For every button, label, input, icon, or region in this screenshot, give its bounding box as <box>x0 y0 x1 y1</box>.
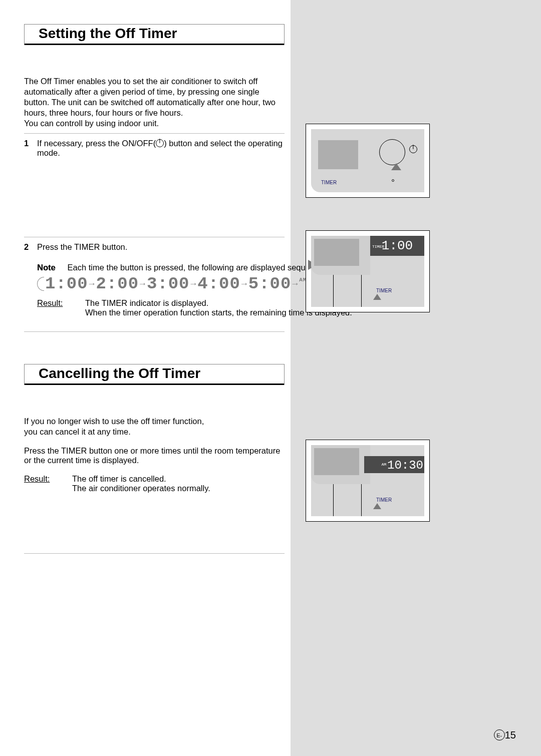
step-number: 1 <box>24 139 37 158</box>
step-2: 2 Press the TIMER button. Note Each time… <box>24 237 285 317</box>
lcd-value: 10:30 <box>387 459 423 472</box>
power-icon <box>156 139 164 147</box>
divider-line <box>361 484 362 516</box>
divider-line <box>361 275 362 307</box>
result-label: Result: <box>24 474 72 493</box>
pointer-icon <box>373 294 381 300</box>
note-text: Each time the button is pressed, the fol… <box>68 263 334 272</box>
section-title-box: Cancelling the Off Timer <box>24 364 285 385</box>
arrow-icon: → <box>241 279 247 289</box>
section2-body: Press the TIMER button one or more times… <box>24 446 285 465</box>
pointer-icon <box>391 163 401 170</box>
page-content: Setting the Off Timer The Off Timer enab… <box>0 0 541 756</box>
power-icon <box>409 145 417 153</box>
divider-line <box>333 275 334 307</box>
seq-1: 2:00 <box>96 274 139 293</box>
timer-label: TIMER <box>376 497 392 503</box>
seq-3: 4:00 <box>197 274 240 293</box>
result-text: The off timer is cancelled. The air cond… <box>72 474 285 493</box>
result-label: Result: <box>37 298 85 317</box>
section-title: Cancelling the Off Timer <box>25 364 284 385</box>
lcd-display: AM10:30 <box>364 456 424 473</box>
section-title-box: Setting the Off Timer <box>24 24 285 45</box>
section1-intro: The Off Timer enables you to set the air… <box>24 76 285 129</box>
arrow-icon: → <box>89 279 95 289</box>
lcd-value: 1:00 <box>382 238 413 253</box>
figure-unit-power: TIMER <box>306 124 430 198</box>
figure-timer-set: TIMER 1:00 TIMER <box>306 230 430 312</box>
display-placeholder <box>314 448 359 475</box>
display-placeholder <box>314 239 359 266</box>
section-title: Setting the Off Timer <box>25 25 284 45</box>
figure-timer-cancel: AM10:30 TIMER <box>306 440 430 522</box>
divider <box>24 331 285 332</box>
lcd-display: TIMER 1:00 <box>370 236 424 256</box>
seq-4: 5:00 <box>248 274 292 293</box>
timer-header: TIMER <box>372 237 384 257</box>
divider <box>24 553 285 554</box>
seq-0: 1:00 <box>45 274 88 293</box>
page-number: E-15 <box>494 729 516 741</box>
page-num-value: 15 <box>505 729 516 740</box>
dial-icon <box>379 139 405 165</box>
note-label: Note <box>37 263 65 272</box>
step-1: 1 If necessary, press the ON/OFF() butto… <box>24 134 285 158</box>
step-body: If necessary, press the ON/OFF() button … <box>37 139 285 158</box>
step1-text-a: If necessary, press the ON/OFF( <box>37 139 156 148</box>
display-placeholder <box>318 140 358 169</box>
section2-intro: If you no longer wish to use the off tim… <box>24 416 285 437</box>
arrow-icon: → <box>140 279 146 289</box>
result-block: Result: The off timer is cancelled. The … <box>24 474 285 493</box>
timer-label: TIMER <box>321 180 337 185</box>
divider-line <box>333 484 334 516</box>
am-label: AM <box>381 462 386 467</box>
indicator-dot <box>392 179 394 182</box>
pointer-icon <box>373 503 381 509</box>
page-prefix: E- <box>494 729 505 740</box>
step-number: 2 <box>24 242 37 317</box>
seq-2: 3:00 <box>147 274 190 293</box>
timer-label: TIMER <box>376 288 392 293</box>
arrow-icon: → <box>292 279 298 289</box>
arrow-icon: → <box>191 279 197 289</box>
loop-cap-left <box>37 277 44 291</box>
